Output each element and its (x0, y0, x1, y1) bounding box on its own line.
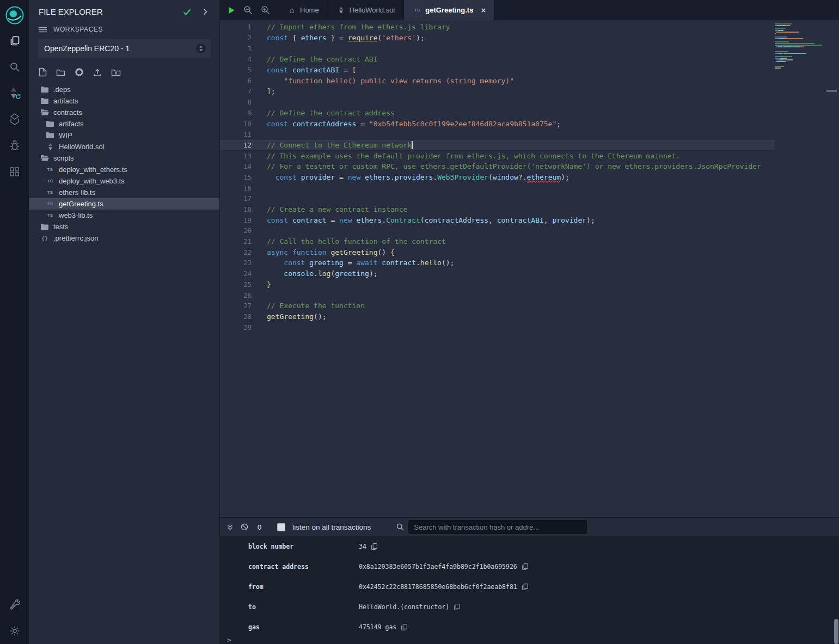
copy-icon[interactable] (522, 584, 528, 590)
line-number[interactable]: 14 (220, 162, 252, 170)
github-clone-icon[interactable] (75, 68, 84, 77)
line-number[interactable]: 16 (220, 184, 252, 192)
tree-item-artifacts[interactable]: artifacts (29, 118, 219, 130)
editor-line[interactable]: 25} (220, 279, 775, 290)
line-number[interactable]: 1 (220, 23, 252, 31)
search-icon[interactable] (396, 523, 404, 531)
chevron-right-icon[interactable] (203, 8, 207, 15)
editor-line[interactable]: 18// Create a new contract instance (220, 204, 775, 215)
terminal-prompt[interactable]: > (220, 637, 839, 644)
editor-line[interactable]: 10const contractAddress = "0xb54febb5c0c… (220, 118, 775, 129)
line-number[interactable]: 12 (220, 141, 252, 149)
line-number[interactable]: 24 (220, 269, 252, 278)
tools-icon[interactable] (0, 592, 29, 618)
tree-item-ethers-lib-ts[interactable]: TSethers-lib.ts (29, 187, 219, 198)
debugger-icon[interactable] (0, 132, 29, 158)
editor-line[interactable]: 29 (220, 322, 775, 333)
line-number[interactable]: 25 (220, 280, 252, 289)
tree-item-deps[interactable]: .deps (29, 84, 219, 95)
run-script-button[interactable] (228, 7, 235, 14)
upload-folder-icon[interactable] (111, 69, 121, 76)
line-number[interactable]: 9 (220, 109, 252, 117)
editor-line[interactable]: 21// Call the hello function of the cont… (220, 236, 775, 247)
editor-scrollbar[interactable] (825, 20, 839, 517)
line-number[interactable]: 15 (220, 173, 252, 181)
solidity-compiler-icon[interactable] (0, 80, 29, 106)
workspace-switch-icon[interactable] (196, 44, 206, 53)
editor-line[interactable]: 2const { ethers } = require('ethers'); (220, 33, 775, 44)
code-editor[interactable]: 1// Import ethers from the ethers.js lib… (220, 20, 839, 517)
workspaces-menu-icon[interactable] (39, 27, 47, 33)
line-number[interactable]: 8 (220, 98, 252, 106)
minimap[interactable] (775, 20, 825, 517)
editor-line[interactable]: 1// Import ethers from the ethers.js lib… (220, 22, 775, 33)
tree-item-web3-lib-ts[interactable]: TSweb3-lib.ts (29, 210, 219, 221)
terminal-search-input[interactable] (408, 520, 587, 534)
editor-line[interactable]: 12// Connect to the Ethereum network (220, 140, 775, 151)
editor-line[interactable]: 7]; (220, 86, 775, 97)
zoom-out-icon[interactable] (243, 5, 253, 15)
line-number[interactable]: 23 (220, 259, 252, 267)
line-number[interactable]: 21 (220, 237, 252, 246)
editor-line[interactable]: 27// Execute the function (220, 300, 775, 311)
tree-item-helloworld-sol[interactable]: HelloWorld.sol (29, 141, 219, 152)
editor-line[interactable]: 15 const provider = new ethers.providers… (220, 172, 775, 183)
editor-line[interactable]: 19const contract = new ethers.Contract(c… (220, 214, 775, 225)
line-number[interactable]: 19 (220, 216, 252, 224)
copy-icon[interactable] (454, 604, 460, 610)
line-number[interactable]: 4 (220, 55, 252, 63)
tree-item-scripts[interactable]: scripts (29, 152, 219, 164)
zoom-in-icon[interactable] (261, 5, 270, 15)
editor-line[interactable]: 11 (220, 129, 775, 140)
new-file-icon[interactable] (39, 68, 47, 77)
copy-icon[interactable] (401, 624, 407, 630)
line-number[interactable]: 26 (220, 291, 252, 299)
clear-console-icon[interactable] (241, 523, 248, 531)
line-number[interactable]: 29 (220, 323, 252, 332)
search-icon[interactable] (0, 54, 29, 80)
editor-line[interactable]: 8 (220, 97, 775, 108)
deploy-run-icon[interactable] (0, 106, 29, 132)
upload-file-icon[interactable] (93, 68, 102, 77)
line-number[interactable]: 7 (220, 87, 252, 95)
editor-line[interactable]: 16 (220, 182, 775, 193)
remix-logo[interactable] (0, 3, 29, 28)
plugins-icon[interactable] (0, 158, 29, 185)
editor-line[interactable]: 17 (220, 193, 775, 204)
settings-icon[interactable] (0, 618, 29, 644)
tab-home[interactable]: ⌂Home (279, 0, 328, 20)
workspace-select[interactable]: OpenZeppelin ERC20 - 1 (38, 39, 211, 58)
line-number[interactable]: 11 (220, 130, 252, 138)
editor-code-area[interactable]: 1// Import ethers from the ethers.js lib… (220, 20, 775, 517)
line-number[interactable]: 27 (220, 302, 252, 310)
tree-item-tests[interactable]: tests (29, 221, 219, 232)
tree-item-wip[interactable]: WIP (29, 130, 219, 141)
editor-line[interactable]: 26 (220, 290, 775, 300)
editor-line[interactable]: 23 const greeting = await contract.hello… (220, 257, 775, 268)
editor-line[interactable]: 4// Define the contract ABI (220, 54, 775, 65)
tab-getgreeting-ts[interactable]: TSgetGreeting.ts× (404, 0, 495, 20)
line-number[interactable]: 22 (220, 248, 252, 256)
line-number[interactable]: 3 (220, 45, 252, 53)
terminal-scrollbar-thumb[interactable] (834, 619, 838, 644)
line-number[interactable]: 2 (220, 34, 252, 42)
editor-line[interactable]: 20 (220, 225, 775, 236)
line-number[interactable]: 17 (220, 194, 252, 203)
editor-line[interactable]: 13// This example uses the default provi… (220, 150, 775, 161)
editor-line[interactable]: 24 console.log(greeting); (220, 268, 775, 279)
editor-line[interactable]: 14// For a testnet or custom RPC, use et… (220, 161, 775, 172)
collapse-terminal-icon[interactable] (226, 524, 234, 531)
line-number[interactable]: 18 (220, 205, 252, 213)
line-number[interactable]: 10 (220, 120, 252, 128)
copy-icon[interactable] (371, 543, 377, 550)
line-number[interactable]: 20 (220, 226, 252, 235)
editor-line[interactable]: 9// Define the contract address (220, 108, 775, 119)
editor-line[interactable]: 6 "function hello() public view returns … (220, 75, 775, 86)
editor-line[interactable]: 22async function getGreeting() { (220, 247, 775, 257)
tree-item-getgreeting-ts[interactable]: TSgetGreeting.ts (29, 198, 219, 210)
editor-line[interactable]: 3 (220, 43, 775, 54)
new-folder-icon[interactable] (56, 69, 65, 76)
listen-all-transactions-checkbox[interactable] (277, 523, 285, 531)
file-explorer-icon[interactable] (0, 28, 29, 54)
tab-helloworld-sol[interactable]: HelloWorld.sol (328, 0, 405, 20)
